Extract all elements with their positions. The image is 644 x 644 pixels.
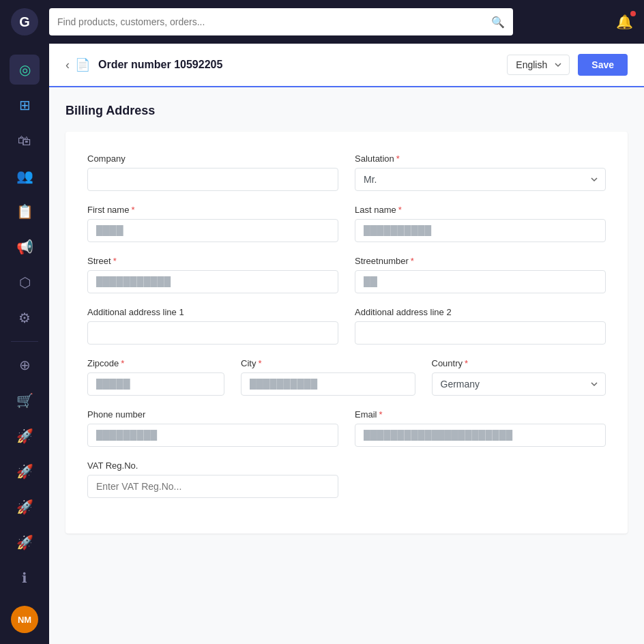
orders-icon: ⊞ <box>19 97 31 113</box>
sidebar-item-extensions[interactable]: ⬡ <box>10 267 40 297</box>
sidebar-item-orders[interactable]: ⊞ <box>10 90 40 120</box>
add-icon: ⊕ <box>19 357 31 373</box>
sidebar-divider <box>11 341 38 342</box>
salutation-select[interactable]: Mr. Ms. Mrs. Dr. <box>355 168 606 191</box>
sidebar-item-info[interactable]: ℹ <box>10 563 40 593</box>
form-row-6: Phone number Email * <box>87 409 606 447</box>
back-icon: ‹ <box>65 58 70 72</box>
rocket1-icon: 🚀 <box>16 428 33 444</box>
search-bar: 🔍 <box>49 8 513 35</box>
cart-icon: 🛒 <box>16 392 33 409</box>
country-group: Country * Germany Austria Switzerland Fr… <box>432 358 606 396</box>
form-row-7: VAT Reg.No. <box>87 460 606 498</box>
zipcode-group: Zipcode * <box>87 358 224 396</box>
zipcode-label: Zipcode * <box>87 358 224 368</box>
app-body: ◎ ⊞ 🛍 👥 📋 📢 ⬡ ⚙ ⊕ 🛒 🚀 <box>0 44 644 644</box>
rocket2-icon: 🚀 <box>16 463 33 480</box>
phone-input[interactable] <box>87 424 338 447</box>
sidebar-item-launch2[interactable]: 🚀 <box>10 456 40 486</box>
main-content: ‹ 📄 Order number 10592205 English Save B… <box>49 44 644 644</box>
additional2-group: Additional address line 2 <box>355 307 606 345</box>
billing-address-form: Company Salutation * Mr. Ms. Mrs. Dr. <box>65 132 628 533</box>
email-input[interactable] <box>355 424 606 447</box>
back-button[interactable]: ‹ <box>65 58 70 72</box>
form-row-3: Street * Streetnumber * <box>87 256 606 293</box>
sidebar-item-launch4[interactable]: 🚀 <box>10 527 40 557</box>
sidebar: ◎ ⊞ 🛍 👥 📋 📢 ⬡ ⚙ ⊕ 🛒 🚀 <box>0 44 49 644</box>
additional2-label: Additional address line 2 <box>355 307 606 317</box>
info-icon: ℹ <box>22 570 27 586</box>
form-row-4: Additional address line 1 Additional add… <box>87 307 606 345</box>
city-group: City * <box>241 358 415 396</box>
city-input[interactable] <box>241 372 415 396</box>
rocket4-icon: 🚀 <box>16 534 33 551</box>
street-input[interactable] <box>87 270 338 293</box>
lastname-input[interactable] <box>355 219 606 242</box>
section-title: Billing Address <box>65 104 628 118</box>
vat-label: VAT Reg.No. <box>87 460 338 471</box>
country-label: Country * <box>432 358 606 368</box>
sidebar-item-products[interactable]: 🛍 <box>10 126 40 156</box>
phone-group: Phone number <box>87 409 338 447</box>
dashboard-icon: ◎ <box>19 61 31 78</box>
lastname-label: Last name * <box>355 205 606 215</box>
street-label: Street * <box>87 256 338 266</box>
streetnumber-input[interactable] <box>355 270 606 293</box>
app-logo: G <box>11 8 38 35</box>
country-select[interactable]: Germany Austria Switzerland France Unite… <box>432 372 606 396</box>
search-icon: 🔍 <box>491 16 505 29</box>
page-title: Order number 10592205 <box>98 59 222 71</box>
additional2-input[interactable] <box>355 321 606 345</box>
page-header: ‹ 📄 Order number 10592205 English Save <box>49 44 644 87</box>
form-row-5: Zipcode * City * Count <box>87 358 606 396</box>
notification-bell[interactable]: 🔔 <box>616 14 633 30</box>
firstname-input[interactable] <box>87 219 338 242</box>
sidebar-item-launch3[interactable]: 🚀 <box>10 492 40 522</box>
products-icon: 🛍 <box>18 133 31 149</box>
company-label: Company <box>87 153 338 164</box>
vat-group: VAT Reg.No. <box>87 460 338 498</box>
additional1-input[interactable] <box>87 321 338 345</box>
sidebar-item-cart[interactable]: 🛒 <box>10 385 40 415</box>
salutation-label: Salutation * <box>355 153 606 164</box>
sidebar-item-add[interactable]: ⊕ <box>10 350 40 380</box>
firstname-label: First name * <box>87 205 338 215</box>
streetnumber-group: Streetnumber * <box>355 256 606 293</box>
settings-icon: ⚙ <box>18 310 31 326</box>
company-group: Company <box>87 153 338 191</box>
salutation-group: Salutation * Mr. Ms. Mrs. Dr. <box>355 153 606 191</box>
zipcode-input[interactable] <box>87 372 224 396</box>
search-input[interactable] <box>57 16 491 27</box>
streetnumber-label: Streetnumber * <box>355 256 606 266</box>
notification-badge <box>630 11 636 16</box>
email-group: Email * <box>355 409 606 447</box>
rocket3-icon: 🚀 <box>16 499 33 515</box>
form-row-1: Company Salutation * Mr. Ms. Mrs. Dr. <box>87 153 606 191</box>
sidebar-item-customers[interactable]: 👥 <box>10 161 40 191</box>
additional1-group: Additional address line 1 <box>87 307 338 345</box>
extensions-icon: ⬡ <box>19 274 31 291</box>
save-button[interactable]: Save <box>578 54 628 76</box>
city-label: City * <box>241 358 415 368</box>
email-label: Email * <box>355 409 606 420</box>
user-avatar[interactable]: NM <box>11 606 38 633</box>
sidebar-item-dashboard[interactable]: ◎ <box>10 55 40 85</box>
sidebar-item-marketing[interactable]: 📢 <box>10 232 40 262</box>
reports-icon: 📋 <box>16 203 33 220</box>
form-area: Billing Address Company Salutation * <box>49 87 644 644</box>
street-group: Street * <box>87 256 338 293</box>
sidebar-item-settings[interactable]: ⚙ <box>10 303 40 333</box>
top-navigation: G 🔍 🔔 <box>0 0 644 44</box>
vat-input[interactable] <box>87 475 338 498</box>
sidebar-item-reports[interactable]: 📋 <box>10 196 40 226</box>
top-nav-right: 🔔 <box>616 14 633 30</box>
company-input[interactable] <box>87 168 338 191</box>
sidebar-item-launch1[interactable]: 🚀 <box>10 421 40 451</box>
customers-icon: 👥 <box>16 168 33 184</box>
firstname-group: First name * <box>87 205 338 242</box>
form-row-2: First name * Last name * <box>87 205 606 242</box>
document-icon: 📄 <box>75 57 90 72</box>
salutation-required: * <box>396 153 400 164</box>
phone-label: Phone number <box>87 409 338 420</box>
language-select[interactable]: English <box>507 55 570 75</box>
